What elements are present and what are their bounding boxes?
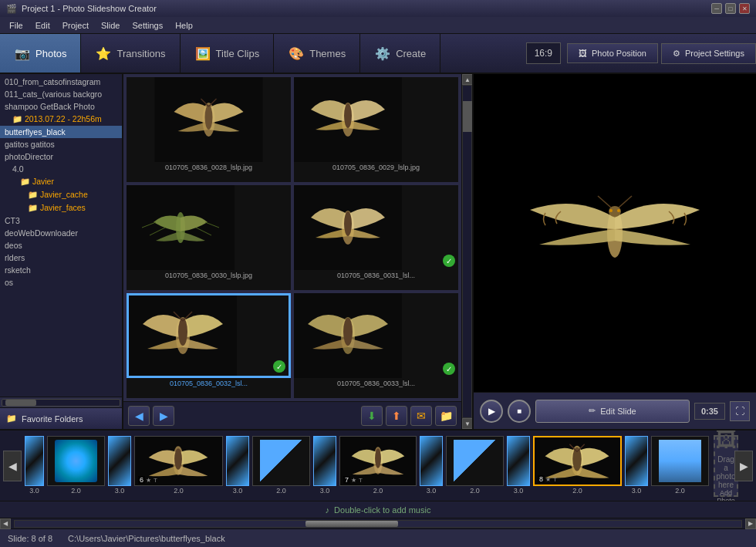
tab-transitions[interactable]: ⭐ Transitions: [81, 34, 180, 73]
hscroll-track[interactable]: [14, 520, 742, 528]
tree-item-folder[interactable]: 📁 Javier: [0, 175, 122, 188]
film-item[interactable]: 3.0: [625, 436, 648, 495]
film-number: 7: [343, 476, 350, 484]
folder-button[interactable]: 📁: [435, 406, 457, 426]
film-item[interactable]: 7 ★ T 2.0: [339, 436, 417, 495]
photo-label: 010705_0836_0033_lsl...: [294, 378, 458, 389]
tree-item[interactable]: 010_from_catsofinstagram: [0, 76, 122, 88]
music-bar[interactable]: ♪ Double-click to add music: [0, 501, 756, 518]
tree-item[interactable]: CT3: [0, 214, 122, 227]
film-item[interactable]: 6 ★ T 2.0: [134, 436, 223, 495]
film-item[interactable]: 2.0: [651, 436, 709, 495]
upload-button[interactable]: ⬆: [386, 406, 407, 426]
tree-item-selected[interactable]: butterflyes_black: [0, 126, 122, 138]
film-item[interactable]: 3.0: [507, 436, 530, 495]
menu-help[interactable]: Help: [169, 19, 199, 32]
tabbar: 📷 Photos ⭐ Transitions 🖼️ Title Clips 🎨 …: [0, 34, 756, 74]
menu-edit[interactable]: Edit: [29, 19, 56, 32]
photo-thumb[interactable]: ✓ 010705_0836_0031_lsl...: [294, 185, 458, 290]
svg-point-30: [609, 209, 613, 212]
play-button[interactable]: ▶: [480, 400, 503, 423]
film-item[interactable]: 3.0: [226, 436, 249, 495]
film-item-selected[interactable]: 8 ★ T 2.0: [533, 436, 622, 495]
forward-button[interactable]: ▶: [153, 406, 174, 426]
film-item[interactable]: 3.0: [108, 436, 131, 495]
photo-thumb-film: [252, 436, 310, 486]
tree-item[interactable]: os: [0, 276, 122, 289]
check-badge: ✓: [443, 255, 455, 267]
film-duration: 3.0: [115, 486, 125, 495]
filmstrip-next-button[interactable]: ▶: [734, 451, 753, 481]
film-item[interactable]: 3.0: [25, 436, 44, 495]
maximize-button[interactable]: □: [725, 3, 736, 14]
hscroll-thumb[interactable]: [305, 521, 398, 527]
edit-slide-button[interactable]: ✏ Edit Slide: [535, 400, 690, 423]
tree-item[interactable]: rsketch: [0, 264, 122, 276]
film-item[interactable]: 3.0: [420, 436, 443, 495]
photo-thumb[interactable]: 010705_0836_0029_lslp.jpg: [294, 77, 458, 182]
favorite-folders-button[interactable]: 📁 Favorite Folders: [0, 407, 122, 429]
film-item[interactable]: 2.0: [47, 436, 105, 495]
tree-item[interactable]: deoWebDownloader: [0, 227, 122, 239]
download-button[interactable]: ⬇: [361, 406, 383, 426]
photo-thumb-selected[interactable]: ✓ 010705_0836_0032_lsl...: [127, 293, 291, 398]
film-item[interactable]: 2.0: [252, 436, 310, 495]
horizontal-scrollbar[interactable]: [0, 397, 122, 407]
pencil-icon: ✏: [589, 406, 596, 416]
tree-item-folder[interactable]: 📁 2013.07.22 - 22h56m: [0, 113, 122, 126]
photo-grid: 010705_0836_0028_lslp.jpg: [123, 74, 461, 401]
app-icon: 🎬: [6, 4, 17, 14]
close-button[interactable]: ✕: [739, 3, 750, 14]
scrollbar-thumb[interactable]: [5, 400, 36, 406]
tree-item[interactable]: 4.0: [0, 163, 122, 175]
film-item[interactable]: 3.0: [313, 436, 336, 495]
tree-item[interactable]: photoDirector: [0, 150, 122, 163]
hscroll-left-arrow[interactable]: ◀: [0, 518, 11, 529]
file-tree-panel: 010_from_catsofinstagram 011_cats_(vario…: [0, 74, 123, 429]
menu-file[interactable]: File: [3, 19, 29, 32]
photo-thumb[interactable]: 010705_0836_0030_lslp.jpg: [127, 185, 291, 290]
tree-item[interactable]: gatitos gatitos: [0, 138, 122, 150]
photo-image: ✓: [294, 293, 458, 378]
tree-item-folder[interactable]: 📁 Javier_cache: [0, 188, 122, 201]
film-number: 8: [538, 475, 545, 483]
film-duration: 3.0: [514, 486, 524, 495]
stop-button[interactable]: ■: [508, 400, 531, 423]
tree-item[interactable]: rlders: [0, 252, 122, 264]
tab-titleclips[interactable]: 🖼️ Title Clips: [181, 34, 275, 73]
film-item[interactable]: 2.0: [446, 436, 504, 495]
tree-item-folder[interactable]: 📁 Javier_faces: [0, 201, 122, 214]
back-button[interactable]: ◀: [128, 406, 150, 426]
menu-settings[interactable]: Settings: [126, 19, 169, 32]
film-stars: ★ T: [545, 476, 557, 483]
tree-item[interactable]: 011_cats_(various backgro: [0, 88, 122, 100]
menu-slide[interactable]: Slide: [95, 19, 126, 32]
filmstrip-prev-button[interactable]: ◀: [3, 451, 22, 481]
project-settings-button[interactable]: ⚙ Project Settings: [661, 43, 756, 64]
photo-label: 010705_0836_0029_lslp.jpg: [294, 162, 458, 173]
scroll-track[interactable]: [462, 85, 472, 418]
scroll-thumb[interactable]: [463, 101, 472, 132]
fullscreen-button[interactable]: ⛶: [730, 401, 750, 421]
photo-position-button[interactable]: 🖼 Photo Position: [567, 43, 658, 63]
scroll-up-arrow[interactable]: ▲: [462, 74, 472, 85]
titlebar-controls: ─ □ ✕: [711, 3, 750, 14]
grid-actions-toolbar: ◀ ▶ ⬇ ⬆ ✉ 📁: [123, 401, 461, 429]
photo-thumb[interactable]: 010705_0836_0028_lslp.jpg: [127, 77, 291, 182]
minimize-button[interactable]: ─: [711, 3, 722, 14]
scroll-down-arrow[interactable]: ▼: [462, 418, 472, 429]
tab-create[interactable]: ⚙️ Create: [360, 34, 440, 73]
film-duration: 3.0: [632, 486, 642, 495]
time-display: 0:35: [694, 403, 725, 420]
tab-photos[interactable]: 📷 Photos: [0, 34, 81, 73]
photo-thumb[interactable]: ✓ 010705_0836_0033_lsl...: [294, 293, 458, 398]
tab-themes[interactable]: 🎨 Themes: [274, 34, 360, 73]
favorite-folders-icon: 📁: [6, 414, 17, 424]
menu-project[interactable]: Project: [56, 19, 95, 32]
hscroll-right-arrow[interactable]: ▶: [745, 518, 756, 529]
scrollbar-track: [2, 399, 120, 407]
tree-item[interactable]: shampoo GetBack Photo: [0, 100, 122, 113]
tree-item[interactable]: deos: [0, 239, 122, 252]
email-button[interactable]: ✉: [410, 406, 432, 426]
photo-thumb-film-selected: 8 ★ T: [533, 436, 622, 486]
